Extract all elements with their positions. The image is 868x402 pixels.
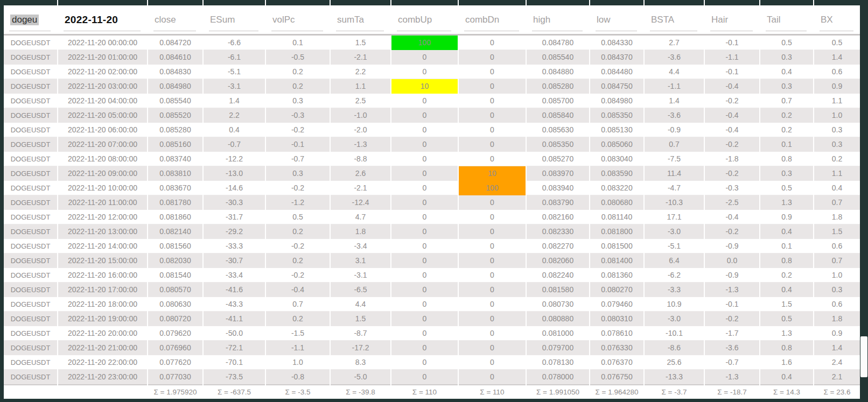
cell-bsta: 25.6 <box>645 355 704 370</box>
column-filter-ESum[interactable]: ESum <box>204 5 265 34</box>
column-filter-Tail[interactable]: Tail <box>760 5 813 34</box>
cell-hair: -0.2 <box>705 94 759 108</box>
cell-symbol: DOGEUSDT <box>4 94 57 108</box>
cell-esum: -41.1 <box>204 312 265 326</box>
cell-close: 0.081860 <box>148 210 202 224</box>
cell-sumta: 8.3 <box>331 355 390 370</box>
vertical-scrollbar-thumb[interactable] <box>860 336 867 377</box>
cell-sumta: -2.0 <box>331 123 390 137</box>
column-filter-BSTA[interactable]: BSTA <box>645 5 704 34</box>
cell-combup: 0 <box>391 50 458 65</box>
cell-combup: 0 <box>391 312 458 326</box>
cell-time: 2022-11-20 09:00:00 <box>58 166 147 181</box>
column-filter-high[interactable]: high <box>527 5 589 34</box>
column-filter-Hair[interactable]: Hair <box>705 5 759 34</box>
cell-sumta: -17.2 <box>331 341 390 355</box>
cell-esum: -6.1 <box>204 50 265 65</box>
cell-combdn: 0 <box>459 326 526 341</box>
top-band-segment <box>58 0 147 5</box>
cell-bsta: -3.0 <box>645 224 704 239</box>
cell-high: 0.083970 <box>527 166 589 181</box>
cell-tail: 0.5 <box>760 312 813 326</box>
top-band-segment <box>705 0 759 5</box>
cell-volpc: 0.7 <box>266 297 330 312</box>
cell-combdn: 0 <box>459 268 526 283</box>
cell-low: 0.084330 <box>590 36 643 50</box>
cell-low: 0.084370 <box>590 50 643 65</box>
cell-tail: 0.3 <box>760 79 813 94</box>
cell-hair: -0.9 <box>705 239 759 253</box>
cell-volpc: -0.4 <box>266 283 330 297</box>
cell-low: 0.085060 <box>590 137 643 152</box>
cell-low: 0.085350 <box>590 108 643 123</box>
cell-symbol: DOGEUSDT <box>4 108 57 123</box>
column-filter-combUp[interactable]: combUp <box>391 5 458 34</box>
column-filter-BX[interactable]: BX <box>814 5 860 34</box>
column-filter-volPc[interactable]: volPc <box>266 5 330 34</box>
cell-symbol: DOGEUSDT <box>4 355 57 370</box>
cell-high: 0.085700 <box>527 94 589 108</box>
cell-high: 0.082060 <box>527 253 589 268</box>
cell-low: 0.081400 <box>590 253 643 268</box>
top-band-segment <box>760 0 813 5</box>
cell-close: 0.077620 <box>148 355 202 370</box>
cell-tail: 0.7 <box>760 94 813 108</box>
cell-hair: -0.4 <box>705 79 759 94</box>
cell-sumta: 4.4 <box>331 297 390 312</box>
cell-bx: 1.1 <box>814 166 860 181</box>
cell-volpc: -0.1 <box>266 137 330 152</box>
filter-underline <box>64 31 141 31</box>
cell-close: 0.080630 <box>148 297 202 312</box>
cell-esum: -31.7 <box>204 210 265 224</box>
cell-time: 2022-11-20 07:00:00 <box>58 137 147 152</box>
column-filter-combDn[interactable]: combDn <box>459 5 526 34</box>
column-filter-sumTa[interactable]: sumTa <box>331 5 390 34</box>
cell-symbol: DOGEUSDT <box>4 326 57 341</box>
cell-sumta: -12.4 <box>331 195 390 210</box>
cell-volpc: -0.2 <box>266 239 330 253</box>
top-band-segment <box>148 0 202 5</box>
cell-combup: 0 <box>391 283 458 297</box>
cell-bsta: -0.9 <box>645 123 704 137</box>
cell-combup: 0 <box>391 224 458 239</box>
cell-bx: 0.5 <box>814 36 860 50</box>
column-label: BSTA <box>651 15 674 25</box>
cell-close: 0.081560 <box>148 239 202 253</box>
cell-volpc: -0.2 <box>266 181 330 195</box>
cell-high: 0.081580 <box>527 283 589 297</box>
cell-high: 0.085630 <box>527 123 589 137</box>
cell-close: 0.082030 <box>148 253 202 268</box>
cell-time: 2022-11-20 14:00:00 <box>58 239 147 253</box>
cell-combdn: 0 <box>459 94 526 108</box>
cell-symbol: DOGEUSDT <box>4 166 57 181</box>
cell-combup: 0 <box>391 65 458 79</box>
top-band-segment <box>391 0 458 5</box>
cell-bsta: -1.1 <box>645 79 704 94</box>
cell-sumta: 1.5 <box>331 312 390 326</box>
cell-close: 0.084610 <box>148 50 202 65</box>
cell-symbol: DOGEUSDT <box>4 253 57 268</box>
column-label: Hair <box>711 15 728 25</box>
cell-high: 0.080880 <box>527 312 589 326</box>
cell-tail: 1.6 <box>760 355 813 370</box>
column-filter-close[interactable]: close <box>148 5 202 34</box>
cell-time: 2022-11-20 23:00:00 <box>58 370 147 384</box>
cell-combdn: 0 <box>459 224 526 239</box>
cell-tail: 0.1 <box>760 137 813 152</box>
symbol-filter-input[interactable]: dogeu <box>4 5 57 34</box>
date-filter-input[interactable]: 2022-11-20 <box>58 5 147 34</box>
cell-bx: 0.3 <box>814 137 860 152</box>
filter-underline <box>464 31 519 31</box>
cell-volpc: 0.1 <box>266 36 330 50</box>
cell-combdn: 0 <box>459 79 526 94</box>
cell-low: 0.083040 <box>590 152 643 166</box>
cell-combdn-highlight: 100 <box>459 181 526 195</box>
cell-low: 0.081360 <box>590 268 643 283</box>
cell-hair: -0.4 <box>705 123 759 137</box>
cell-bx: 0.7 <box>814 195 860 210</box>
cell-combup: 0 <box>391 210 458 224</box>
cell-bsta: 4.4 <box>645 65 704 79</box>
cell-combdn: 0 <box>459 137 526 152</box>
footer-sum-hair: Σ = -18.7 <box>705 384 759 399</box>
column-filter-low[interactable]: low <box>590 5 643 34</box>
